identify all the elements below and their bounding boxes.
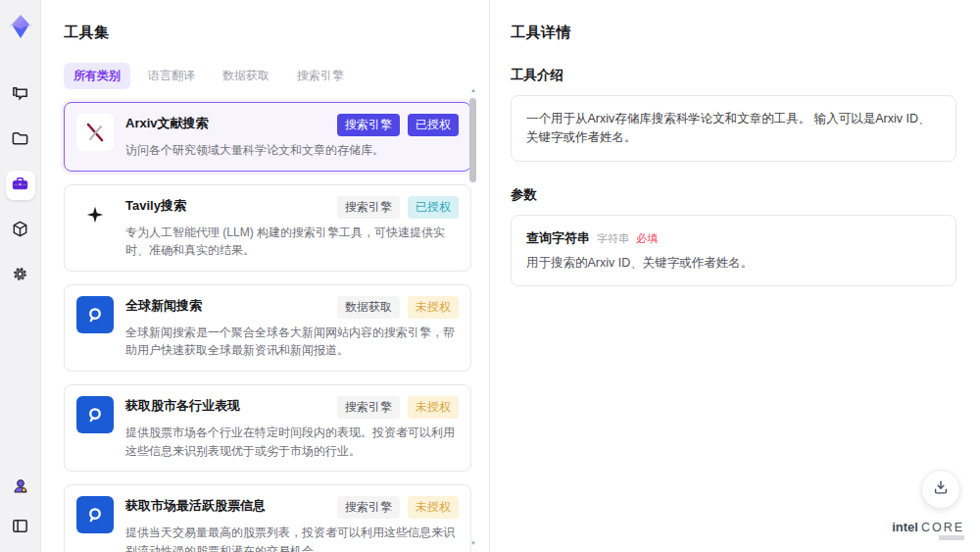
gem-logo-icon bbox=[7, 13, 34, 40]
param-type: 字符串 bbox=[597, 231, 629, 246]
status-badge: 未授权 bbox=[408, 396, 459, 419]
toolset-title: 工具集 bbox=[64, 24, 464, 42]
tool-card-list: Arxiv文献搜索 搜索引擎 已授权 访问各个研究领域大量科学论文和文章的存储库… bbox=[64, 102, 471, 552]
toolset-panel: 工具集 所有类别 语言翻译 数据获取 搜索引擎 Arxiv文献搜索 搜索引擎 已… bbox=[41, 0, 490, 552]
intel-core-logo: intel core bbox=[892, 520, 964, 540]
category-badge: 搜索引擎 bbox=[337, 114, 400, 136]
intro-box: 一个用于从Arxiv存储库搜索科学论文和文章的工具。 输入可以是Arxiv ID… bbox=[511, 95, 956, 162]
tool-card-desc: 访问各个研究领域大量科学论文和文章的存储库。 bbox=[125, 141, 459, 160]
scrollbar-thumb[interactable] bbox=[469, 98, 476, 182]
sidebar-item-chat[interactable] bbox=[6, 80, 35, 110]
tool-card-tavily[interactable]: Tavily搜索 搜索引擎 已授权 专为人工智能代理 (LLM) 构建的搜索引擎… bbox=[64, 184, 471, 272]
tab-translation[interactable]: 语言翻译 bbox=[138, 63, 205, 89]
cube-icon bbox=[11, 220, 29, 242]
blue-search-icon bbox=[76, 496, 114, 533]
tab-search-engine[interactable]: 搜索引擎 bbox=[287, 63, 354, 89]
app-logo bbox=[6, 12, 35, 41]
param-desc: 用于搜索的Arxiv ID、关键字或作者姓名。 bbox=[526, 255, 941, 272]
scroll-down-arrow[interactable]: ▼ bbox=[469, 539, 477, 547]
folder-icon bbox=[11, 129, 29, 152]
tool-card-desc: 全球新闻搜索是一个聚合全球各大新闻网站内容的搜索引擎，帮助用户快速获取全球最新资… bbox=[125, 324, 459, 360]
tool-card-active-stocks[interactable]: 获取市场最活跃股票信息 搜索引擎 未授权 提供当天交易量最高的股票列表，投资者可… bbox=[64, 484, 471, 552]
category-badge: 搜索引擎 bbox=[337, 396, 400, 419]
detail-title: 工具详情 bbox=[511, 24, 956, 42]
core-wordmark: core bbox=[921, 521, 964, 534]
category-badge: 数据获取 bbox=[337, 296, 400, 319]
tool-card-desc: 提供当天交易量最高的股票列表，投资者可以利用这些信息来识别流动性强的股票和潜在的… bbox=[125, 524, 459, 552]
status-badge: 已授权 bbox=[408, 196, 459, 219]
params-heading: 参数 bbox=[511, 186, 956, 204]
toolbox-icon bbox=[11, 175, 29, 197]
tool-card-desc: 专为人工智能代理 (LLM) 构建的搜索引擎工具，可快速提供实时、准确和真实的结… bbox=[125, 224, 459, 260]
panel-collapse-icon bbox=[11, 517, 29, 539]
tool-card-global-news[interactable]: 全球新闻搜索 数据获取 未授权 全球新闻搜索是一个聚合全球各大新闻网站内容的搜索… bbox=[64, 284, 471, 372]
status-badge: 未授权 bbox=[408, 296, 459, 319]
arxiv-icon bbox=[76, 114, 114, 151]
tab-all-categories[interactable]: 所有类别 bbox=[64, 63, 130, 89]
tool-card-title: 全球新闻搜索 bbox=[125, 296, 202, 315]
sidebar-item-toolbox[interactable] bbox=[6, 171, 35, 200]
blue-search-icon bbox=[76, 296, 114, 333]
tool-card-title: 获取市场最活跃股票信息 bbox=[125, 496, 266, 515]
download-button[interactable] bbox=[921, 470, 960, 509]
tool-card-title: Arxiv文献搜索 bbox=[125, 114, 209, 132]
tool-card-sector-performance[interactable]: 获取股市各行业表现 搜索引擎 未授权 提供股票市场各个行业在特定时间段内的表现。… bbox=[64, 384, 471, 472]
param-name: 查询字符串 bbox=[526, 229, 590, 247]
category-tabs: 所有类别 语言翻译 数据获取 搜索引擎 bbox=[64, 63, 464, 89]
intel-wordmark: intel bbox=[892, 520, 918, 534]
list-scrollbar[interactable]: ▲ ▼ bbox=[469, 86, 477, 547]
sidebar-item-collapse[interactable] bbox=[6, 513, 35, 542]
status-badge: 未授权 bbox=[408, 496, 459, 519]
param-required-badge: 必填 bbox=[636, 231, 658, 246]
tab-data-fetch[interactable]: 数据获取 bbox=[213, 63, 279, 89]
intel-logo-sub-bar bbox=[939, 535, 964, 540]
sidebar-item-files[interactable] bbox=[6, 125, 35, 155]
tool-detail-panel: 工具详情 工具介绍 一个用于从Arxiv存储库搜索科学论文和文章的工具。 输入可… bbox=[491, 0, 980, 552]
chat-icon bbox=[11, 84, 29, 107]
category-badge: 搜索引擎 bbox=[337, 496, 400, 519]
scroll-up-arrow[interactable]: ▲ bbox=[469, 86, 477, 94]
param-box: 查询字符串 字符串 必填 用于搜索的Arxiv ID、关键字或作者姓名。 bbox=[511, 215, 956, 286]
sidebar-item-settings[interactable] bbox=[6, 261, 35, 290]
avatar-icon bbox=[11, 477, 30, 500]
category-badge: 搜索引擎 bbox=[337, 196, 400, 219]
download-icon bbox=[932, 478, 950, 500]
tool-card-title: Tavily搜索 bbox=[125, 196, 186, 215]
sidebar-nav bbox=[6, 80, 35, 290]
sidebar-item-account[interactable] bbox=[6, 474, 35, 503]
blue-search-icon bbox=[76, 396, 114, 433]
status-badge: 已授权 bbox=[408, 114, 459, 136]
intro-heading: 工具介绍 bbox=[511, 67, 956, 84]
intro-text: 一个用于从Arxiv存储库搜索科学论文和文章的工具。 输入可以是Arxiv ID… bbox=[526, 110, 941, 147]
tool-card-arxiv[interactable]: Arxiv文献搜索 搜索引擎 已授权 访问各个研究领域大量科学论文和文章的存储库… bbox=[64, 102, 471, 172]
tool-card-desc: 提供股票市场各个行业在特定时间段内的表现。投资者可以利用这些信息来识别表现优于或… bbox=[125, 424, 459, 460]
gear-icon bbox=[11, 265, 29, 287]
left-sidebar bbox=[0, 0, 41, 552]
sidebar-bottom bbox=[6, 474, 35, 542]
sparkle-icon bbox=[76, 196, 114, 233]
tool-card-title: 获取股市各行业表现 bbox=[125, 396, 240, 415]
sidebar-item-models[interactable] bbox=[6, 216, 35, 245]
